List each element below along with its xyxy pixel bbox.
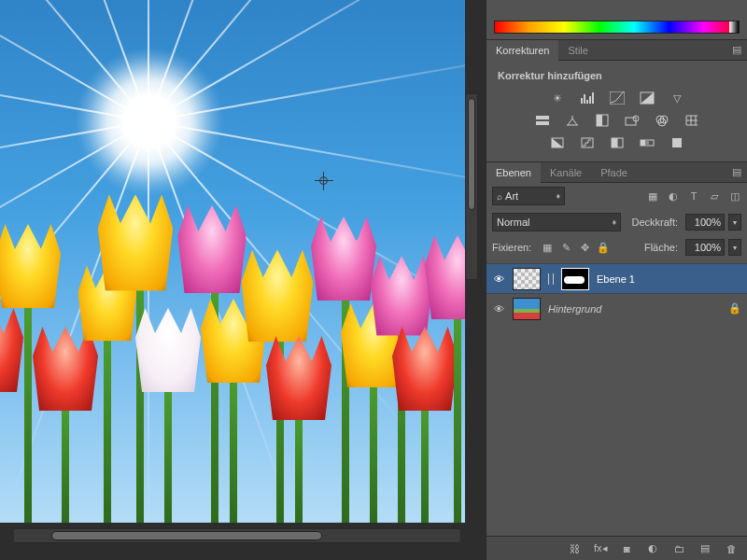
adj-curves-icon[interactable] [609,91,626,105]
layer-name[interactable]: Hintergrund [548,303,721,315]
adj-invert-icon[interactable] [549,135,566,150]
delete-layer-icon[interactable]: 🗑 [725,543,738,554]
layers-panel: Ebenen Kanäle Pfade ▤ ⌕ Art ♦ ▦ ◐ T ▱ ◫ [486,161,747,560]
visibility-toggle-icon[interactable]: 👁 [492,303,505,315]
adjustments-panel: Korrekturen Stile ▤ Korrektur hinzufügen… [486,39,747,161]
color-spectrum[interactable] [494,21,740,34]
layer-mask-thumbnail[interactable] [561,268,589,290]
layer-name[interactable]: Ebene 1 [597,273,741,285]
tab-adjustments[interactable]: Korrekturen [486,40,558,61]
adj-selectivecolor-icon[interactable] [669,135,685,150]
filter-smart-icon[interactable]: ◫ [728,189,741,203]
layer-filter-kind[interactable]: ⌕ Art ♦ [492,187,565,205]
opacity-input[interactable] [685,214,725,231]
fill-label: Fläche: [644,242,678,253]
filter-type-icon[interactable]: T [687,189,700,203]
canvas-hscrollbar[interactable] [13,528,461,543]
layer-list: 👁 Ebene 1 👁 Hintergrund 🔒 [486,263,747,323]
panel-column: Korrekturen Stile ▤ Korrektur hinzufügen… [486,0,747,560]
opacity-label: Deckkraft: [631,217,678,228]
cursor-crosshair [315,172,333,190]
canvas-vscrollbar[interactable] [465,93,478,280]
adj-threshold-icon[interactable] [609,135,626,150]
adj-channelmixer-icon[interactable] [654,113,670,128]
new-adjustment-icon[interactable]: ◐ [646,542,659,554]
lock-pixels-icon[interactable]: ✎ [559,241,572,254]
svg-rect-2 [536,116,549,119]
fill-stepper[interactable]: ▾ [728,239,741,256]
lock-label: Fixieren: [492,242,531,253]
adjustments-title: Korrektur hinzufügen [498,70,740,81]
svg-rect-15 [645,140,649,146]
blend-mode-select[interactable]: Normal♦ [492,213,621,231]
svg-rect-14 [641,140,645,146]
filter-shape-icon[interactable]: ▱ [708,189,721,203]
lock-transparent-icon[interactable]: ▦ [541,241,554,254]
adj-posterize-icon[interactable] [579,135,596,150]
adj-colorlookup-icon[interactable] [684,113,700,128]
tab-layers[interactable]: Ebenen [486,162,541,183]
visibility-toggle-icon[interactable]: 👁 [492,273,505,285]
filter-adjust-icon[interactable]: ◐ [667,189,680,203]
filter-pixel-icon[interactable]: ▦ [646,189,659,203]
adj-photofilter-icon[interactable] [624,113,641,128]
layers-footer: ⛓ fx◂ ◙ ◐ 🗀 ▤ 🗑 [486,536,747,560]
adj-levels-icon[interactable] [579,91,596,105]
lock-all-icon[interactable]: 🔒 [597,241,610,254]
fill-input[interactable] [685,239,725,256]
tab-paths[interactable]: Pfade [591,162,637,183]
adj-blackwhite-icon[interactable] [594,113,611,128]
link-layers-icon[interactable]: ⛓ [568,543,581,554]
adj-brightness-icon[interactable]: ☀ [549,91,566,105]
tab-styles[interactable]: Stile [558,40,597,61]
lock-icon: 🔒 [728,302,741,315]
lock-position-icon[interactable]: ✥ [578,241,591,254]
new-layer-icon[interactable]: ▤ [698,542,712,554]
mask-link-icon[interactable] [548,273,554,285]
canvas[interactable] [0,0,465,523]
layer-fx-icon[interactable]: fx◂ [594,542,607,554]
document-area [0,0,486,560]
layer-row[interactable]: 👁 Hintergrund 🔒 [486,293,747,323]
svg-rect-3 [536,121,549,125]
new-group-icon[interactable]: 🗀 [672,543,685,554]
adj-colorbalance-icon[interactable] [564,113,581,128]
adj-exposure-icon[interactable] [639,91,655,105]
panel-menu-icon[interactable]: ▤ [726,44,747,56]
layer-thumbnail[interactable] [513,298,541,320]
adj-vibrance-icon[interactable]: ▽ [669,91,685,105]
tab-channels[interactable]: Kanäle [541,162,591,183]
opacity-stepper[interactable]: ▾ [728,214,741,231]
layer-thumbnail[interactable] [513,268,541,290]
adj-gradientmap-icon[interactable] [639,135,655,150]
panel-menu-icon[interactable]: ▤ [726,166,747,178]
svg-rect-16 [672,138,682,147]
add-mask-icon[interactable]: ◙ [620,543,633,554]
layer-row[interactable]: 👁 Ebene 1 [486,263,747,293]
adj-hue-icon[interactable] [534,113,551,128]
